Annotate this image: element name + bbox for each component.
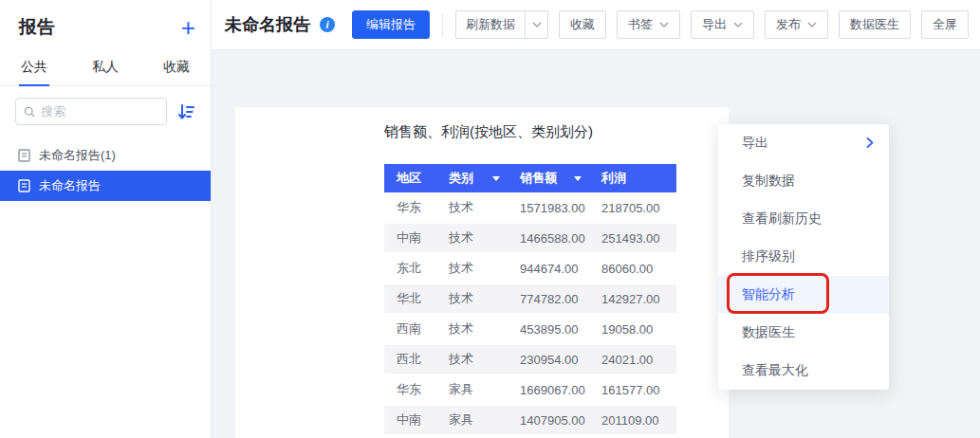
cell-profit: 161577.00 bbox=[589, 383, 676, 397]
cell-region: 华东 bbox=[384, 381, 436, 398]
table-row[interactable]: 华北 技术 774782.00 142927.00 bbox=[384, 283, 676, 314]
cell-category: 家具 bbox=[436, 411, 508, 429]
search-input[interactable] bbox=[15, 98, 167, 125]
report-list: 未命名报告(1) 未命名报告 bbox=[0, 140, 211, 201]
table-title: 销售额、利润(按地区、类别划分) bbox=[384, 123, 676, 141]
context-menu: 导出 复制数据 查看刷新历史 排序级别 智能分析 数据医生 查看最大化 bbox=[718, 124, 889, 390]
cell-profit: 251493.00 bbox=[589, 231, 676, 246]
cell-sales: 1571983.00 bbox=[508, 201, 589, 215]
column-header-category: 类别 bbox=[436, 170, 508, 187]
column-header-sales: 销售额 bbox=[508, 170, 589, 187]
refresh-data-button[interactable]: 刷新数据 bbox=[455, 10, 548, 39]
table-row[interactable]: 东北 技术 944674.00 86060.00 bbox=[384, 253, 676, 283]
cell-sales: 453895.00 bbox=[508, 322, 589, 337]
data-doctor-button[interactable]: 数据医生 bbox=[839, 10, 911, 39]
report-list-item-selected[interactable]: 未命名报告 bbox=[0, 171, 211, 201]
cell-region: 中南 bbox=[384, 229, 436, 246]
table-row[interactable]: 华东 技术 1571983.00 218705.00 bbox=[384, 192, 676, 223]
cell-region: 西南 bbox=[384, 320, 436, 338]
menu-item-label: 导出 bbox=[742, 135, 768, 152]
tab-favorites[interactable]: 收藏 bbox=[161, 53, 192, 85]
cell-region: 华东 bbox=[384, 199, 436, 216]
cell-profit: 19058.00 bbox=[589, 322, 676, 337]
refresh-data-label[interactable]: 刷新数据 bbox=[456, 16, 525, 33]
search-icon bbox=[24, 105, 35, 119]
chevron-down-icon[interactable] bbox=[525, 11, 547, 38]
bookmark-button[interactable]: 书签 bbox=[617, 10, 680, 39]
plus-icon[interactable]: + bbox=[181, 17, 195, 38]
document-icon bbox=[18, 179, 30, 192]
sidebar: 报告 + 公共 私人 收藏 未命名报告( bbox=[0, 0, 212, 438]
cell-sales: 230954.00 bbox=[508, 353, 589, 367]
search-field[interactable] bbox=[41, 104, 158, 119]
menu-item-view-maximize[interactable]: 查看最大化 bbox=[718, 352, 889, 390]
column-header-region: 地区 bbox=[384, 170, 436, 187]
chevron-down-icon bbox=[807, 22, 817, 27]
divider bbox=[442, 13, 443, 36]
publish-button[interactable]: 发布 bbox=[765, 10, 828, 39]
cell-sales: 1669067.00 bbox=[508, 383, 589, 397]
table-body: 华东 技术 1571983.00 218705.00 中南 技术 1466588… bbox=[384, 192, 676, 435]
report-list-item[interactable]: 未命名报告(1) bbox=[0, 140, 211, 171]
cell-sales: 774782.00 bbox=[508, 292, 589, 306]
cell-sales: 944674.00 bbox=[508, 262, 589, 276]
cell-category: 家具 bbox=[436, 381, 508, 398]
table-row[interactable]: 西北 技术 230954.00 24021.00 bbox=[384, 344, 676, 374]
cell-profit: 142927.00 bbox=[589, 292, 676, 306]
fullscreen-button[interactable]: 全屏 bbox=[921, 10, 969, 39]
menu-item-data-doctor[interactable]: 数据医生 bbox=[718, 314, 889, 352]
edit-report-button[interactable]: 编辑报告 bbox=[352, 10, 430, 39]
cell-category: 技术 bbox=[436, 260, 508, 277]
export-label: 导出 bbox=[702, 16, 727, 33]
cell-region: 东北 bbox=[384, 260, 436, 277]
page-title: 未命名报告 bbox=[225, 13, 310, 36]
chevron-down-icon bbox=[659, 22, 669, 27]
cell-category: 技术 bbox=[436, 290, 508, 307]
table-header-row: 地区 类别 销售额 利润 bbox=[384, 164, 676, 192]
cell-category: 技术 bbox=[436, 229, 508, 246]
bookmark-label: 书签 bbox=[628, 16, 653, 33]
favorite-button[interactable]: 收藏 bbox=[559, 10, 606, 39]
menu-item-smart-analysis[interactable]: 智能分析 bbox=[718, 276, 889, 314]
cell-sales: 1466588.00 bbox=[508, 231, 589, 246]
filter-caret-icon[interactable] bbox=[492, 176, 500, 181]
cell-region: 西北 bbox=[384, 351, 436, 368]
cell-region: 华北 bbox=[384, 290, 436, 307]
table-row[interactable]: 中南 技术 1466588.00 251493.00 bbox=[384, 223, 676, 253]
sidebar-tabs: 公共 私人 收藏 bbox=[0, 53, 211, 86]
tab-public[interactable]: 公共 bbox=[19, 53, 49, 86]
cell-region: 中南 bbox=[384, 411, 436, 429]
chevron-down-icon bbox=[733, 22, 743, 27]
cell-profit: 201109.00 bbox=[589, 413, 676, 428]
cell-profit: 218705.00 bbox=[589, 201, 676, 215]
table-row[interactable]: 中南 家具 1407905.00 201109.00 bbox=[384, 405, 676, 435]
menu-item-sort-level[interactable]: 排序级别 bbox=[718, 238, 889, 276]
sidebar-title: 报告 bbox=[19, 15, 55, 40]
publish-label: 发布 bbox=[776, 16, 801, 33]
menu-item-refresh-history[interactable]: 查看刷新历史 bbox=[718, 200, 889, 238]
document-icon bbox=[18, 149, 30, 162]
chevron-right-icon bbox=[866, 136, 874, 151]
cell-sales: 1407905.00 bbox=[508, 413, 589, 428]
cell-profit: 86060.00 bbox=[589, 262, 676, 276]
report-item-label: 未命名报告(1) bbox=[39, 147, 116, 164]
cell-category: 技术 bbox=[436, 351, 508, 368]
filter-caret-icon[interactable] bbox=[574, 176, 582, 181]
data-table: 销售额、利润(按地区、类别划分) 地区 类别 销售额 利润 华东 技术 1571… bbox=[384, 123, 676, 435]
table-row[interactable]: 华东 家具 1669067.00 161577.00 bbox=[384, 374, 676, 405]
cell-category: 技术 bbox=[436, 320, 508, 338]
top-bar: 未命名报告 i 编辑报告 刷新数据 收藏 书签 导出 发布 bbox=[212, 0, 980, 50]
table-row[interactable]: 西南 技术 453895.00 19058.00 bbox=[384, 314, 676, 344]
info-icon[interactable]: i bbox=[320, 17, 335, 32]
tab-private[interactable]: 私人 bbox=[90, 53, 120, 85]
cell-category: 技术 bbox=[436, 199, 508, 216]
report-item-label: 未命名报告 bbox=[39, 177, 101, 194]
export-button[interactable]: 导出 bbox=[691, 10, 754, 39]
sort-descending-icon[interactable] bbox=[176, 102, 195, 121]
report-card: 销售额、利润(按地区、类别划分) 地区 类别 销售额 利润 华东 技术 1571… bbox=[235, 107, 729, 438]
column-header-profit: 利润 bbox=[589, 170, 676, 187]
menu-item-export[interactable]: 导出 bbox=[718, 124, 889, 162]
cell-profit: 24021.00 bbox=[589, 353, 676, 367]
menu-item-copy-data[interactable]: 复制数据 bbox=[718, 162, 889, 200]
